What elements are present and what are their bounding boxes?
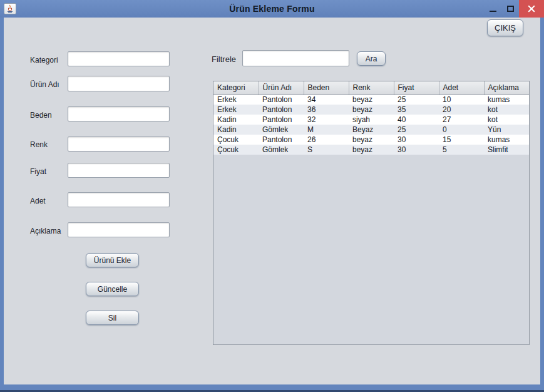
- cell: Gömlek: [259, 145, 304, 155]
- cell: Kadin: [213, 115, 259, 125]
- cell: Pantolon: [259, 115, 304, 125]
- col-header-kategori[interactable]: Kategori: [213, 81, 259, 95]
- kategori-input[interactable]: [68, 51, 170, 66]
- filter-label: Filtrele: [212, 54, 236, 64]
- table-row[interactable]: Erkek Pantolon 34 beyaz 25 10 kumas: [213, 95, 529, 105]
- close-button[interactable]: [519, 0, 544, 18]
- cell: 26: [304, 135, 349, 145]
- cell: Pantolon: [259, 105, 304, 115]
- cell: beyaz: [349, 145, 394, 155]
- add-product-button[interactable]: Ürünü Ekle: [86, 253, 139, 267]
- fiyat-label: Fiyat: [30, 167, 46, 176]
- table-row[interactable]: Kadin Gömlek M Beyaz 25 0 Yün: [213, 125, 529, 135]
- product-table-scrollpane: Kategori Ürün Adı Beden Renk Fiyat Adet …: [213, 81, 530, 345]
- cell: 25: [394, 95, 439, 105]
- product-table: Kategori Ürün Adı Beden Renk Fiyat Adet …: [213, 81, 529, 155]
- close-icon: [528, 5, 535, 13]
- minimize-icon: [490, 11, 496, 12]
- col-header-fiyat[interactable]: Fiyat: [394, 81, 439, 95]
- cell: kot: [484, 115, 529, 125]
- table-row[interactable]: Kadin Pantolon 32 siyah 40 27 kot: [213, 115, 529, 125]
- cell: 25: [394, 125, 439, 135]
- cell: M: [304, 125, 349, 135]
- kategori-label: Kategori: [30, 56, 58, 64]
- renk-label: Renk: [30, 140, 48, 149]
- cell: beyaz: [349, 135, 394, 145]
- cell: kot: [484, 105, 529, 115]
- search-button[interactable]: Ara: [357, 51, 386, 66]
- cell: 32: [304, 115, 349, 125]
- col-header-renk[interactable]: Renk: [349, 81, 394, 95]
- cell: 35: [394, 105, 439, 115]
- titlebar[interactable]: Ürün Ekleme Formu: [0, 0, 544, 18]
- col-header-urun-adi[interactable]: Ürün Adı: [259, 81, 304, 95]
- beden-input[interactable]: [68, 106, 170, 121]
- adet-label: Adet: [30, 197, 46, 205]
- cell: Erkek: [213, 95, 259, 105]
- table-row[interactable]: Çocuk Gömlek S beyaz 30 5 Slimfit: [213, 145, 529, 155]
- delete-button[interactable]: Sil: [86, 311, 139, 325]
- fiyat-input[interactable]: [68, 163, 170, 178]
- main-panel: ÇIKIŞ Kategori Ürün Adı Beden Renk Fiyat…: [4, 18, 540, 384]
- cell: 15: [439, 135, 484, 145]
- cell: Gömlek: [259, 125, 304, 135]
- cell: 30: [394, 145, 439, 155]
- table-header-row: Kategori Ürün Adı Beden Renk Fiyat Adet …: [213, 81, 529, 95]
- cell: 27: [439, 115, 484, 125]
- cell: Çocuk: [213, 135, 259, 145]
- cell: Erkek: [213, 105, 259, 115]
- cell: beyaz: [349, 95, 394, 105]
- table-row[interactable]: Çocuk Pantolon 26 beyaz 30 15 kumas: [213, 135, 529, 145]
- cell: 36: [304, 105, 349, 115]
- cell: siyah: [349, 115, 394, 125]
- filter-input[interactable]: [242, 50, 349, 66]
- minimize-button[interactable]: [484, 0, 501, 18]
- aciklama-label: Açıklama: [30, 227, 61, 235]
- cell: Beyaz: [349, 125, 394, 135]
- cell: Slimfit: [484, 145, 529, 155]
- urun-adi-input[interactable]: [68, 76, 170, 91]
- urun-adi-label: Ürün Adı: [30, 80, 59, 89]
- table-row[interactable]: Erkek Pantolon 36 beyaz 35 20 kot: [213, 105, 529, 115]
- adet-input[interactable]: [68, 192, 170, 207]
- cell: Pantolon: [259, 95, 304, 105]
- cell: beyaz: [349, 105, 394, 115]
- exit-button[interactable]: ÇIKIŞ: [487, 19, 523, 36]
- window-controls: [484, 0, 544, 18]
- cell: Pantolon: [259, 135, 304, 145]
- update-button[interactable]: Güncelle: [86, 282, 139, 296]
- col-header-adet[interactable]: Adet: [439, 81, 484, 95]
- cell: Yün: [484, 125, 529, 135]
- beden-label: Beden: [30, 111, 52, 120]
- cell: 40: [394, 115, 439, 125]
- renk-input[interactable]: [68, 137, 170, 152]
- maximize-button[interactable]: [501, 0, 519, 18]
- cell: S: [304, 145, 349, 155]
- cell: 30: [394, 135, 439, 145]
- cell: Çocuk: [213, 145, 259, 155]
- col-header-beden[interactable]: Beden: [304, 81, 349, 95]
- app-window: Ürün Ekleme Formu ÇIKIŞ Kategori Ürün Ad…: [0, 0, 544, 392]
- col-header-aciklama[interactable]: Açıklama: [484, 81, 529, 95]
- cell: 34: [304, 95, 349, 105]
- cell: Kadin: [213, 125, 259, 135]
- cell: 10: [439, 95, 484, 105]
- maximize-icon: [507, 6, 514, 12]
- window-title: Ürün Ekleme Formu: [0, 4, 544, 14]
- cell: kumas: [484, 135, 529, 145]
- cell: 5: [439, 145, 484, 155]
- aciklama-input[interactable]: [68, 222, 170, 237]
- cell: kumas: [484, 95, 529, 105]
- cell: 20: [439, 105, 484, 115]
- cell: 0: [439, 125, 484, 135]
